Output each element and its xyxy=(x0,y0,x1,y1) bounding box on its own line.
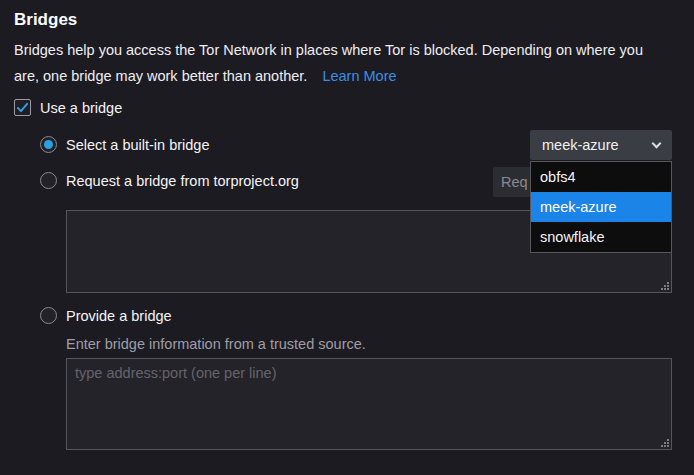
request-bridge-label[interactable]: Request a bridge from torproject.org xyxy=(66,173,299,189)
dropdown-option-meek-azure[interactable]: meek-azure xyxy=(531,192,671,222)
builtin-bridge-select[interactable]: meek-azure xyxy=(530,130,672,160)
page-title: Bridges xyxy=(14,10,77,30)
description-line2: are, one bridge may work better than ano… xyxy=(14,68,307,84)
dropdown-option-snowflake[interactable]: snowflake xyxy=(531,222,671,252)
provide-bridge-hint: Enter bridge information from a trusted … xyxy=(66,336,366,352)
provide-bridge-textarea-wrap xyxy=(66,358,672,450)
use-a-bridge-row: Use a bridge xyxy=(14,99,122,116)
dropdown-option-obfs4[interactable]: obfs4 xyxy=(531,162,671,192)
description-line1: Bridges help you access the Tor Network … xyxy=(14,42,643,58)
request-bridge-radio[interactable] xyxy=(40,172,57,189)
provide-bridge-row: Provide a bridge xyxy=(40,307,172,324)
learn-more-link[interactable]: Learn More xyxy=(322,68,396,84)
chevron-down-icon xyxy=(652,138,662,148)
resize-grip-icon[interactable] xyxy=(659,437,670,448)
resize-grip-icon[interactable] xyxy=(659,280,670,291)
use-a-bridge-checkbox[interactable] xyxy=(14,99,31,116)
builtin-bridge-dropdown-popup: obfs4 meek-azure snowflake xyxy=(530,161,672,253)
provide-bridge-textarea[interactable] xyxy=(66,358,672,450)
builtin-bridge-select-value: meek-azure xyxy=(542,137,653,153)
builtin-bridge-radio[interactable] xyxy=(40,136,57,153)
builtin-bridge-row: Select a built-in bridge xyxy=(40,136,209,153)
bridges-description: Bridges help you access the Tor Network … xyxy=(14,37,686,89)
bridges-settings-panel: Bridges Bridges help you access the Tor … xyxy=(0,0,694,475)
request-bridge-row: Request a bridge from torproject.org xyxy=(40,172,299,189)
provide-bridge-radio[interactable] xyxy=(40,307,57,324)
provide-bridge-label[interactable]: Provide a bridge xyxy=(66,308,172,324)
check-icon xyxy=(16,101,29,114)
builtin-bridge-label[interactable]: Select a built-in bridge xyxy=(66,137,209,153)
use-a-bridge-label[interactable]: Use a bridge xyxy=(40,100,122,116)
